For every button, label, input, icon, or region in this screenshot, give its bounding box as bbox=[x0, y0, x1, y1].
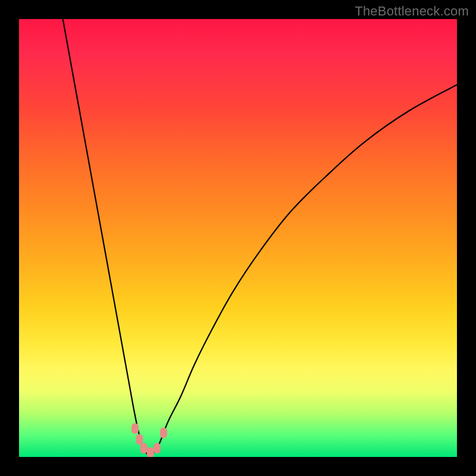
watermark-text: TheBottleneck.com bbox=[355, 4, 469, 19]
valley-marker bbox=[140, 443, 148, 453]
valley-marker bbox=[160, 428, 167, 439]
curve-left-branch bbox=[63, 19, 151, 457]
valley-marker bbox=[136, 434, 143, 445]
curve-layer bbox=[19, 19, 457, 457]
chart-frame: TheBottleneck.com bbox=[0, 0, 476, 476]
valley-markers bbox=[131, 423, 167, 457]
valley-marker bbox=[131, 423, 139, 434]
curve-right-branch bbox=[151, 84, 457, 457]
valley-marker bbox=[147, 447, 154, 457]
plot-area bbox=[19, 19, 457, 457]
valley-marker bbox=[154, 443, 161, 453]
